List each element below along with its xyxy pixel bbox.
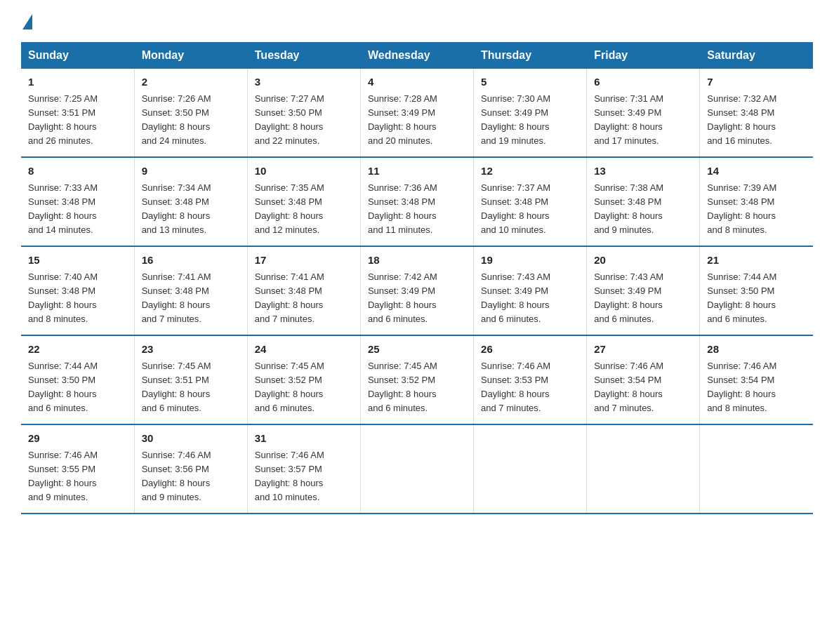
day-header-sunday: Sunday: [21, 42, 134, 69]
day-number: 7: [707, 74, 806, 90]
calendar-cell: 11Sunrise: 7:36 AM Sunset: 3:48 PM Dayli…: [360, 157, 473, 246]
calendar-cell: 21Sunrise: 7:44 AM Sunset: 3:50 PM Dayli…: [700, 246, 813, 335]
day-info: Sunrise: 7:25 AM Sunset: 3:51 PM Dayligh…: [28, 92, 127, 149]
calendar-cell: 12Sunrise: 7:37 AM Sunset: 3:48 PM Dayli…: [474, 157, 587, 246]
calendar-cell: 26Sunrise: 7:46 AM Sunset: 3:53 PM Dayli…: [474, 335, 587, 424]
day-number: 31: [255, 431, 353, 447]
days-header-row: SundayMondayTuesdayWednesdayThursdayFrid…: [21, 42, 813, 69]
day-number: 14: [707, 163, 806, 180]
calendar-cell: 29Sunrise: 7:46 AM Sunset: 3:55 PM Dayli…: [21, 424, 134, 514]
calendar-cell: 13Sunrise: 7:38 AM Sunset: 3:48 PM Dayli…: [587, 157, 700, 246]
day-number: 30: [142, 431, 240, 447]
day-info: Sunrise: 7:46 AM Sunset: 3:53 PM Dayligh…: [481, 359, 579, 416]
calendar-cell: 30Sunrise: 7:46 AM Sunset: 3:56 PM Dayli…: [134, 424, 247, 514]
day-number: 10: [255, 163, 353, 180]
logo: [21, 14, 32, 28]
day-info: Sunrise: 7:41 AM Sunset: 3:48 PM Dayligh…: [142, 270, 240, 327]
day-info: Sunrise: 7:46 AM Sunset: 3:56 PM Dayligh…: [142, 448, 240, 505]
calendar-cell: 15Sunrise: 7:40 AM Sunset: 3:48 PM Dayli…: [21, 246, 134, 335]
day-info: Sunrise: 7:36 AM Sunset: 3:48 PM Dayligh…: [368, 181, 466, 238]
day-number: 1: [28, 74, 127, 90]
day-info: Sunrise: 7:44 AM Sunset: 3:50 PM Dayligh…: [707, 270, 806, 327]
calendar-cell: 5Sunrise: 7:30 AM Sunset: 3:49 PM Daylig…: [474, 69, 587, 157]
day-number: 25: [368, 342, 466, 358]
day-header-tuesday: Tuesday: [247, 42, 360, 69]
day-info: Sunrise: 7:27 AM Sunset: 3:50 PM Dayligh…: [255, 92, 353, 149]
calendar-cell: 31Sunrise: 7:46 AM Sunset: 3:57 PM Dayli…: [247, 424, 360, 514]
calendar-cell: 27Sunrise: 7:46 AM Sunset: 3:54 PM Dayli…: [587, 335, 700, 424]
day-number: 17: [255, 253, 353, 269]
calendar-cell: 7Sunrise: 7:32 AM Sunset: 3:48 PM Daylig…: [700, 69, 813, 157]
calendar-cell: 14Sunrise: 7:39 AM Sunset: 3:48 PM Dayli…: [700, 157, 813, 246]
day-info: Sunrise: 7:46 AM Sunset: 3:55 PM Dayligh…: [28, 448, 127, 505]
week-row-4: 22Sunrise: 7:44 AM Sunset: 3:50 PM Dayli…: [21, 335, 813, 424]
calendar-cell: 25Sunrise: 7:45 AM Sunset: 3:52 PM Dayli…: [360, 335, 473, 424]
calendar-cell: 24Sunrise: 7:45 AM Sunset: 3:52 PM Dayli…: [247, 335, 360, 424]
day-info: Sunrise: 7:28 AM Sunset: 3:49 PM Dayligh…: [368, 92, 466, 149]
day-header-friday: Friday: [587, 42, 700, 69]
day-number: 19: [481, 253, 579, 269]
day-info: Sunrise: 7:45 AM Sunset: 3:52 PM Dayligh…: [368, 359, 466, 416]
day-number: 28: [707, 342, 806, 358]
day-info: Sunrise: 7:31 AM Sunset: 3:49 PM Dayligh…: [594, 92, 692, 149]
calendar-cell: 16Sunrise: 7:41 AM Sunset: 3:48 PM Dayli…: [134, 246, 247, 335]
calendar-cell: 10Sunrise: 7:35 AM Sunset: 3:48 PM Dayli…: [247, 157, 360, 246]
calendar-cell: 8Sunrise: 7:33 AM Sunset: 3:48 PM Daylig…: [21, 157, 134, 246]
day-info: Sunrise: 7:32 AM Sunset: 3:48 PM Dayligh…: [707, 92, 806, 149]
day-number: 23: [142, 342, 240, 358]
day-info: Sunrise: 7:43 AM Sunset: 3:49 PM Dayligh…: [481, 270, 579, 327]
calendar-cell: 9Sunrise: 7:34 AM Sunset: 3:48 PM Daylig…: [134, 157, 247, 246]
calendar-cell: 28Sunrise: 7:46 AM Sunset: 3:54 PM Dayli…: [700, 335, 813, 424]
day-number: 4: [368, 74, 466, 90]
calendar-cell: 6Sunrise: 7:31 AM Sunset: 3:49 PM Daylig…: [587, 69, 700, 157]
day-info: Sunrise: 7:35 AM Sunset: 3:48 PM Dayligh…: [255, 181, 353, 238]
day-number: 27: [594, 342, 692, 358]
day-number: 11: [368, 163, 466, 180]
day-number: 6: [594, 74, 692, 90]
day-info: Sunrise: 7:46 AM Sunset: 3:54 PM Dayligh…: [707, 359, 806, 416]
calendar-cell: 23Sunrise: 7:45 AM Sunset: 3:51 PM Dayli…: [134, 335, 247, 424]
calendar-cell: 3Sunrise: 7:27 AM Sunset: 3:50 PM Daylig…: [247, 69, 360, 157]
calendar-cell: 17Sunrise: 7:41 AM Sunset: 3:48 PM Dayli…: [247, 246, 360, 335]
day-number: 13: [594, 163, 692, 180]
day-header-thursday: Thursday: [474, 42, 587, 69]
day-header-wednesday: Wednesday: [360, 42, 473, 69]
day-info: Sunrise: 7:30 AM Sunset: 3:49 PM Dayligh…: [481, 92, 579, 149]
day-info: Sunrise: 7:42 AM Sunset: 3:49 PM Dayligh…: [368, 270, 466, 327]
day-number: 3: [255, 74, 353, 90]
day-info: Sunrise: 7:40 AM Sunset: 3:48 PM Dayligh…: [28, 270, 127, 327]
day-number: 9: [142, 163, 240, 180]
day-number: 5: [481, 74, 579, 90]
calendar-cell: 4Sunrise: 7:28 AM Sunset: 3:49 PM Daylig…: [360, 69, 473, 157]
calendar-cell: [474, 424, 587, 514]
logo-triangle-icon: [22, 14, 32, 29]
day-info: Sunrise: 7:46 AM Sunset: 3:54 PM Dayligh…: [594, 359, 692, 416]
calendar-cell: 22Sunrise: 7:44 AM Sunset: 3:50 PM Dayli…: [21, 335, 134, 424]
day-header-saturday: Saturday: [700, 42, 813, 69]
day-info: Sunrise: 7:26 AM Sunset: 3:50 PM Dayligh…: [142, 92, 240, 149]
day-number: 16: [142, 253, 240, 269]
week-row-5: 29Sunrise: 7:46 AM Sunset: 3:55 PM Dayli…: [21, 424, 813, 514]
week-row-2: 8Sunrise: 7:33 AM Sunset: 3:48 PM Daylig…: [21, 157, 813, 246]
page-header: [21, 14, 813, 28]
calendar-cell: 1Sunrise: 7:25 AM Sunset: 3:51 PM Daylig…: [21, 69, 134, 157]
day-number: 21: [707, 253, 806, 269]
day-info: Sunrise: 7:45 AM Sunset: 3:52 PM Dayligh…: [255, 359, 353, 416]
calendar-cell: 20Sunrise: 7:43 AM Sunset: 3:49 PM Dayli…: [587, 246, 700, 335]
day-number: 22: [28, 342, 127, 358]
week-row-1: 1Sunrise: 7:25 AM Sunset: 3:51 PM Daylig…: [21, 69, 813, 157]
day-number: 15: [28, 253, 127, 269]
day-info: Sunrise: 7:43 AM Sunset: 3:49 PM Dayligh…: [594, 270, 692, 327]
day-info: Sunrise: 7:37 AM Sunset: 3:48 PM Dayligh…: [481, 181, 579, 238]
calendar-cell: 19Sunrise: 7:43 AM Sunset: 3:49 PM Dayli…: [474, 246, 587, 335]
day-info: Sunrise: 7:44 AM Sunset: 3:50 PM Dayligh…: [28, 359, 127, 416]
day-info: Sunrise: 7:45 AM Sunset: 3:51 PM Dayligh…: [142, 359, 240, 416]
calendar-cell: 18Sunrise: 7:42 AM Sunset: 3:49 PM Dayli…: [360, 246, 473, 335]
day-number: 18: [368, 253, 466, 269]
calendar-cell: [587, 424, 700, 514]
calendar-cell: 2Sunrise: 7:26 AM Sunset: 3:50 PM Daylig…: [134, 69, 247, 157]
day-info: Sunrise: 7:39 AM Sunset: 3:48 PM Dayligh…: [707, 181, 806, 238]
day-number: 12: [481, 163, 579, 180]
day-info: Sunrise: 7:34 AM Sunset: 3:48 PM Dayligh…: [142, 181, 240, 238]
day-info: Sunrise: 7:38 AM Sunset: 3:48 PM Dayligh…: [594, 181, 692, 238]
